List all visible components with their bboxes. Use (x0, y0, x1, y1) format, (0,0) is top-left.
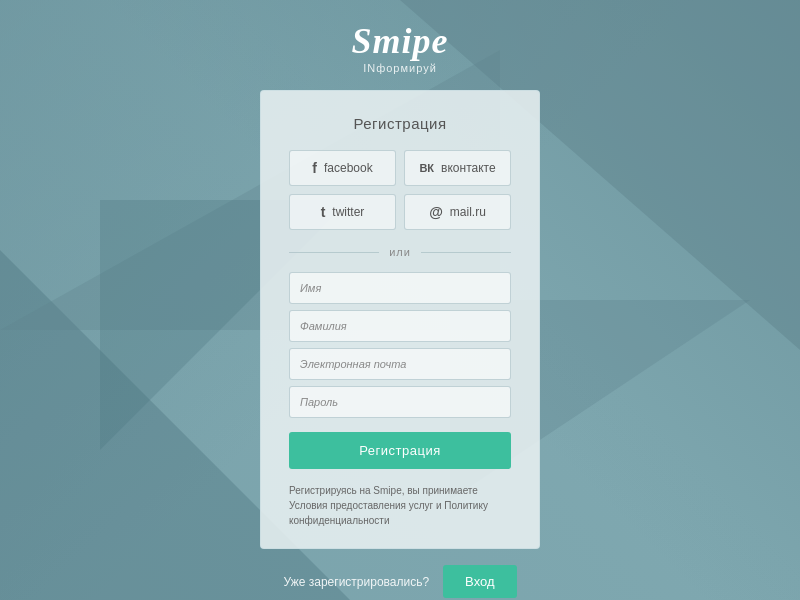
divider-line-left (289, 252, 379, 253)
vk-button[interactable]: ВК вконтакте (404, 150, 511, 186)
mailru-label: mail.ru (450, 205, 486, 219)
logo-area: Smipe INформируй (351, 20, 448, 74)
password-input[interactable] (289, 386, 511, 418)
social-buttons-grid: f facebook ВК вконтакте t twitter @ mail… (289, 150, 511, 230)
already-registered-text: Уже зарегистрировались? (283, 575, 429, 589)
register-button[interactable]: Регистрация (289, 432, 511, 469)
logo-title: Smipe (351, 20, 448, 62)
facebook-icon: f (312, 160, 317, 176)
divider-text: или (389, 246, 411, 258)
surname-input[interactable] (289, 310, 511, 342)
name-input[interactable] (289, 272, 511, 304)
twitter-label: twitter (332, 205, 364, 219)
mailru-icon: @ (429, 204, 443, 220)
divider-line-right (421, 252, 511, 253)
logo-subtitle: INформируй (351, 62, 448, 74)
login-button[interactable]: Вход (443, 565, 516, 598)
facebook-button[interactable]: f facebook (289, 150, 396, 186)
bottom-bar: Уже зарегистрировались? Вход (283, 565, 516, 598)
twitter-button[interactable]: t twitter (289, 194, 396, 230)
vk-label: вконтакте (441, 161, 496, 175)
terms-text: Регистрируясь на Smipe, вы принимаете Ус… (289, 483, 511, 528)
twitter-icon: t (321, 204, 326, 220)
vk-icon: ВК (419, 162, 434, 174)
registration-card: Регистрация f facebook ВК вконтакте t tw… (260, 90, 540, 549)
divider: или (289, 246, 511, 258)
mailru-button[interactable]: @ mail.ru (404, 194, 511, 230)
card-title: Регистрация (289, 115, 511, 132)
facebook-label: facebook (324, 161, 373, 175)
email-input[interactable] (289, 348, 511, 380)
